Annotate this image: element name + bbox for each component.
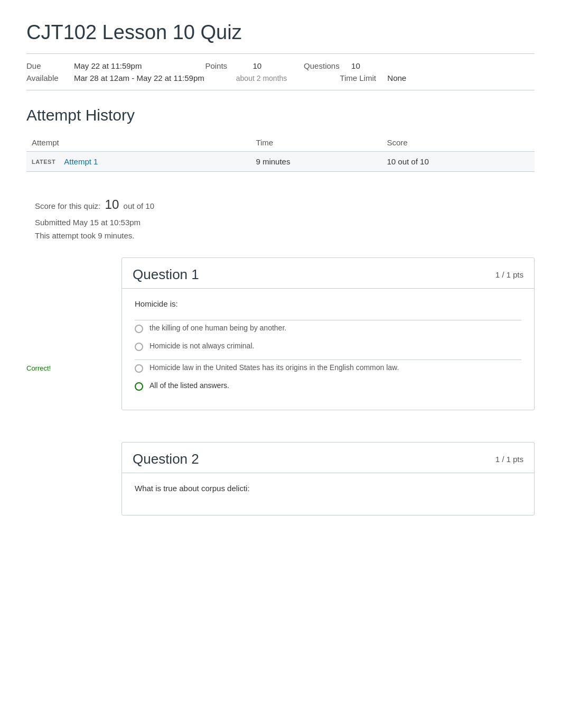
answer-option-1-3: Homicide law in the United States has it… (135, 363, 521, 373)
question-header-1: Question 1 1 / 1 pts (122, 258, 534, 289)
available-label: Available (26, 73, 69, 82)
attempt-time: 9 minutes (250, 152, 381, 172)
due-label: Due (26, 61, 69, 70)
answer-option-1-1: the killing of one human being by anothe… (135, 324, 521, 333)
answer-text-1-4: All of the listed answers. (149, 381, 229, 390)
question-text-2: What is true about corpus delicti: (135, 484, 521, 493)
question-pts-2: 1 / 1 pts (495, 455, 523, 464)
time-limit-value: None (387, 73, 406, 82)
time-limit-label: Time Limit (340, 73, 382, 82)
question-body-1: Homicide is: the killing of one human be… (122, 289, 534, 410)
question-title-2: Question 2 (133, 451, 199, 467)
due-value: May 22 at 11:59pm (74, 61, 142, 70)
question-title-1: Question 1 (133, 266, 199, 283)
latest-badge: LATEST (32, 159, 55, 165)
question-block-2: Question 2 1 / 1 pts What is true about … (121, 442, 535, 515)
page-title: CJT102 Lesson 10 Quiz (26, 21, 535, 44)
submitted-text: Submitted May 15 at 10:53pm (35, 216, 526, 229)
col-attempt: Attempt (26, 134, 250, 152)
answer-text-1-1: the killing of one human being by anothe… (149, 324, 286, 332)
score-number: 10 (105, 197, 119, 211)
available-value: Mar 28 at 12am - May 22 at 11:59pm (74, 73, 204, 82)
correct-label-q1: Correct! (26, 364, 51, 372)
table-row: LATEST Attempt 1 9 minutes 10 out of 10 (26, 152, 535, 172)
questions-label: Questions (304, 61, 346, 70)
points-value: 10 (253, 61, 261, 70)
score-summary: Score for this quiz: 10 out of 10 Submit… (26, 185, 535, 252)
question-text-1: Homicide is: (135, 299, 521, 308)
question-header-2: Question 2 1 / 1 pts (122, 443, 534, 473)
question-pts-1: 1 / 1 pts (495, 270, 523, 279)
col-time: Time (250, 134, 381, 152)
attempt-link[interactable]: Attempt 1 (64, 157, 98, 166)
answer-option-1-4: All of the listed answers. (135, 381, 521, 391)
answer-text-1-2: Homicide is not always criminal. (149, 342, 254, 350)
answer-option-1-2: Homicide is not always criminal. (135, 342, 521, 351)
attempt-table: Attempt Time Score LATEST Attempt 1 9 mi… (26, 134, 535, 172)
quiz-meta-section: Due May 22 at 11:59pm Points 10 Question… (26, 53, 535, 90)
answer-radio-1-2 (135, 343, 143, 351)
attempt-score: 10 out of 10 (381, 152, 535, 172)
question-block-1: Question 1 1 / 1 pts Homicide is: the ki… (121, 257, 535, 410)
points-label: Points (205, 61, 247, 70)
answer-radio-1-3 (135, 364, 143, 373)
score-suffix: out of 10 (124, 201, 154, 210)
score-label: Score for this quiz: (35, 201, 100, 210)
answer-radio-1-4 (135, 382, 143, 391)
answer-text-1-3: Homicide law in the United States has it… (149, 363, 399, 372)
col-score: Score (381, 134, 535, 152)
attempt-history-title: Attempt History (26, 106, 535, 124)
question-body-2: What is true about corpus delicti: (122, 473, 534, 515)
available-sub: about 2 months (236, 74, 287, 82)
answer-radio-1-1 (135, 325, 143, 333)
duration-text: This attempt took 9 minutes. (35, 229, 526, 243)
questions-value: 10 (351, 61, 360, 70)
